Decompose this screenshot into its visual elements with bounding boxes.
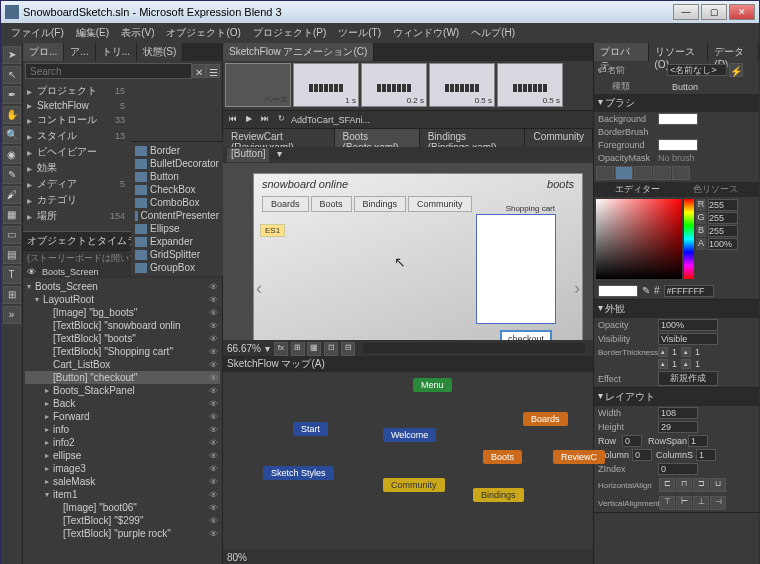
project-category-item[interactable]: ▸効果 <box>25 160 127 176</box>
brush-property-row[interactable]: BorderBrush <box>594 126 759 138</box>
art-cart-listbox[interactable]: Shopping cart <box>476 214 556 324</box>
asset-item[interactable]: Button <box>133 170 221 183</box>
brush-resource-icon[interactable] <box>672 166 690 180</box>
halign-stretch-icon[interactable]: ⊔ <box>710 478 726 492</box>
spinner-up-icon[interactable]: ▴ <box>681 359 691 369</box>
project-category-item[interactable]: ▸SketchFlow5 <box>25 99 127 112</box>
artboard[interactable]: snowboard online boots Boards Boots Bind… <box>253 173 583 340</box>
spinner-up-icon[interactable]: ▴ <box>681 347 691 357</box>
zoom-tool[interactable]: 🔍 <box>3 126 21 144</box>
row-input[interactable] <box>622 435 642 447</box>
spinner-up-icon[interactable]: ▴ <box>658 359 668 369</box>
eyedropper-icon[interactable]: ✎ <box>642 285 650 297</box>
chevron-down-icon[interactable]: ▾ <box>598 302 603 316</box>
search-clear-icon[interactable]: ✕ <box>192 64 206 78</box>
asset-item[interactable]: Ellipse <box>133 222 221 235</box>
menu-window[interactable]: ウィンドウ(W) <box>387 23 465 43</box>
asset-item[interactable]: Expander <box>133 235 221 248</box>
columnspan-input[interactable] <box>696 449 716 461</box>
rect-tool[interactable]: ▭ <box>3 226 21 244</box>
b-input[interactable] <box>708 225 738 237</box>
tree-item[interactable]: [TextBlock] "snowboard onlin👁 <box>25 319 220 332</box>
project-category-item[interactable]: ▸コントロール33 <box>25 112 127 128</box>
chevron-down-icon[interactable]: ▾ <box>598 96 603 110</box>
tree-item[interactable]: [TextBlock] "boots"👁 <box>25 332 220 345</box>
tab-properties[interactable]: プロパテ... <box>594 43 649 61</box>
chevron-down-icon[interactable]: ▾ <box>598 390 603 404</box>
asset-item[interactable]: GroupBox <box>133 261 221 274</box>
timeline-prev-icon[interactable]: ⏮ <box>227 114 239 126</box>
pointer-tool[interactable]: ➤ <box>3 46 21 64</box>
animation-frame[interactable]: ベース <box>225 63 291 107</box>
project-category-item[interactable]: ▸場所154 <box>25 208 127 224</box>
height-input[interactable] <box>658 421 698 433</box>
sf-node-start[interactable]: Start <box>293 422 328 436</box>
width-input[interactable] <box>658 407 698 419</box>
tree-item[interactable]: ▸Forward👁 <box>25 410 220 423</box>
tab-projects[interactable]: プロ... <box>23 43 64 61</box>
menu-view[interactable]: 表示(V) <box>115 23 160 43</box>
zindex-input[interactable] <box>658 463 698 475</box>
camera-tool[interactable]: ◉ <box>3 146 21 164</box>
tree-item[interactable]: ▸Back👁 <box>25 397 220 410</box>
spinner-up-icon[interactable]: ▴ <box>658 347 668 357</box>
asset-item[interactable]: GridSplitter <box>133 248 221 261</box>
tree-item[interactable]: ▾Boots_Screen👁 <box>25 280 220 293</box>
search-input[interactable] <box>25 63 192 79</box>
tree-item[interactable]: ▾LayoutRoot👁 <box>25 293 220 306</box>
sf-node-review[interactable]: ReviewC <box>553 450 605 464</box>
brush-none-icon[interactable] <box>596 166 614 180</box>
art-next-arrow-icon[interactable]: › <box>574 278 580 299</box>
tree-item[interactable]: ▸info2👁 <box>25 436 220 449</box>
timeline-next-icon[interactable]: ⏭ <box>259 114 271 126</box>
tab-data[interactable]: データ(D) <box>708 43 759 61</box>
zoom-chevron-icon[interactable]: ▾ <box>265 343 270 354</box>
valign-bottom-icon[interactable]: ⊥ <box>693 496 709 510</box>
fx-icon[interactable]: fx <box>274 342 288 356</box>
menu-tools[interactable]: ツール(T) <box>332 23 387 43</box>
sf-node-boots[interactable]: Boots <box>483 450 522 464</box>
tree-item[interactable]: ▸Boots_StackPanel👁 <box>25 384 220 397</box>
sketchflow-map-header[interactable]: SketchFlow マップ(A) <box>223 356 593 372</box>
art-tab-community[interactable]: Community <box>408 196 472 212</box>
brush-property-row[interactable]: Background <box>594 112 759 126</box>
sketchflow-map[interactable]: Menu Start Welcome Boards Boots ReviewC … <box>223 372 593 549</box>
project-category-item[interactable]: ▸メディア5 <box>25 176 127 192</box>
sf-zoom-value[interactable]: 80% <box>227 552 247 563</box>
animation-frame[interactable]: 0.5 s <box>497 63 563 107</box>
tab-states[interactable]: 状態(S) <box>137 43 183 61</box>
menu-edit[interactable]: 編集(E) <box>70 23 115 43</box>
tree-item[interactable]: ▸saleMask👁 <box>25 475 220 488</box>
tree-item[interactable]: [TextBlock] "purple rock"👁 <box>25 527 220 540</box>
timeline-loop-icon[interactable]: ↻ <box>275 114 287 126</box>
menu-help[interactable]: ヘルプ(H) <box>465 23 521 43</box>
effect-new-button[interactable]: 新規作成 <box>658 371 718 386</box>
horizontal-scrollbar[interactable] <box>363 343 585 353</box>
tab-sketchflow-anim[interactable]: SketchFlow アニメーション(C) <box>223 43 374 61</box>
text-tool[interactable]: T <box>3 266 21 284</box>
color-sv-picker[interactable] <box>596 199 682 279</box>
tree-item[interactable]: [Image] "boot06"👁 <box>25 501 220 514</box>
halign-left-icon[interactable]: ⊏ <box>659 478 675 492</box>
tree-item[interactable]: [Button] "checkout"👁 <box>25 371 220 384</box>
eye-icon[interactable]: 👁 <box>27 267 36 277</box>
editor-tab[interactable]: エディター <box>598 183 677 196</box>
brush-tile-icon[interactable] <box>653 166 671 180</box>
asset-tool[interactable]: » <box>3 306 21 324</box>
project-category-item[interactable]: ▸プロジェクト15 <box>25 83 127 99</box>
project-category-item[interactable]: ▸スタイル13 <box>25 128 127 144</box>
asset-item[interactable]: Border <box>133 144 221 157</box>
pen-tool[interactable]: ✒ <box>3 86 21 104</box>
timeline-play-icon[interactable]: ▶ <box>243 114 255 126</box>
grid-icon[interactable]: ⊞ <box>291 342 305 356</box>
asset-item[interactable]: CheckBox <box>133 183 221 196</box>
document-tab[interactable]: ReviewCart (Review.xaml) <box>223 129 335 147</box>
close-button[interactable]: ✕ <box>729 4 755 20</box>
animation-frame[interactable]: 1 s <box>293 63 359 107</box>
g-input[interactable] <box>708 212 738 224</box>
brush-tool[interactable]: 🖌 <box>3 186 21 204</box>
menu-project[interactable]: プロジェクト(P) <box>247 23 332 43</box>
eyedropper-tool[interactable]: ✎ <box>3 166 21 184</box>
halign-right-icon[interactable]: ⊐ <box>693 478 709 492</box>
maximize-button[interactable]: ▢ <box>701 4 727 20</box>
